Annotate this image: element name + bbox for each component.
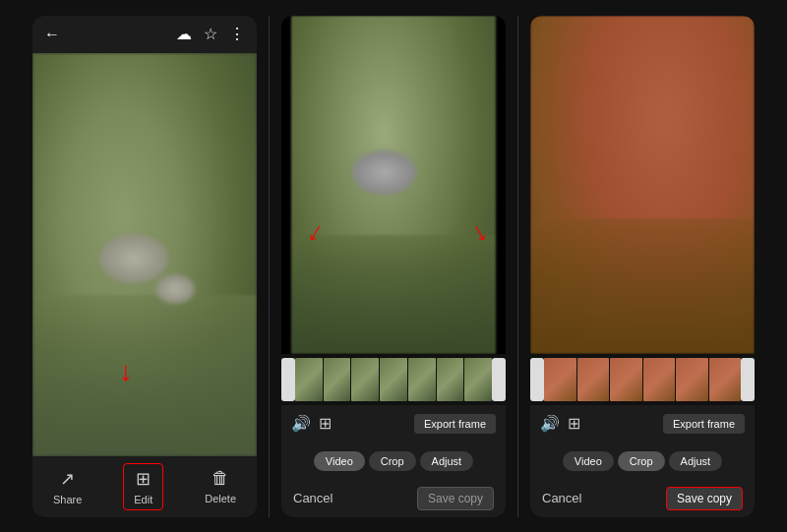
delete-label: Delete: [205, 493, 236, 504]
main-container: ← ☁ ☆ ⋮ ↓ ↗ Share ⊞ Edi: [0, 0, 787, 532]
share-button[interactable]: ↗ Share: [53, 468, 82, 505]
layout-icon-3[interactable]: ⊞: [568, 414, 580, 433]
filmstrip-left-handle[interactable]: [281, 358, 295, 401]
film-frame: [464, 358, 492, 401]
save-copy-button-3[interactable]: Save copy: [666, 487, 743, 510]
landscape-image-2: [291, 16, 496, 354]
image-area-1: ↓: [32, 53, 257, 456]
film-frame-3: [676, 358, 708, 401]
filmstrip-2: [295, 358, 492, 401]
share-label: Share: [53, 494, 82, 505]
video-area-3: [530, 16, 755, 354]
edit-icon: ⊞: [136, 468, 151, 490]
delete-button[interactable]: 🗑 Delete: [205, 468, 236, 504]
film-frame: [408, 358, 436, 401]
crop-tab-3[interactable]: Crop: [618, 451, 665, 471]
volume-icon-3[interactable]: 🔊: [540, 414, 560, 433]
volume-icon-2[interactable]: 🔊: [291, 414, 311, 433]
controls-row-2: 🔊 ⊞ Export frame: [281, 405, 506, 443]
cancel-button-2[interactable]: Cancel: [293, 491, 333, 505]
filmstrip-right-handle-3[interactable]: [741, 358, 755, 401]
crop-tab-2[interactable]: Crop: [369, 451, 416, 471]
edit-label: Edit: [134, 494, 152, 505]
filmstrip-3: [544, 358, 741, 401]
video-area-2: ↓ ↓: [281, 16, 506, 354]
export-frame-button-2[interactable]: Export frame: [414, 414, 496, 434]
action-row-2: Cancel Save copy: [281, 480, 506, 517]
film-frame-3: [643, 358, 676, 401]
tab-row-2: Video Crop Adjust: [281, 443, 506, 480]
landscape-image-1: [32, 53, 257, 456]
filmstrip-right-handle[interactable]: [492, 358, 506, 401]
delete-icon: 🗑: [212, 468, 229, 489]
export-frame-button-3[interactable]: Export frame: [663, 414, 745, 434]
controls-row-3: 🔊 ⊞ Export frame: [530, 405, 755, 443]
phone-2: ↓ ↓ 🔊 ⊞ Export frame Video: [281, 16, 506, 517]
filmstrip-row-2: [281, 354, 506, 405]
film-frame: [351, 358, 379, 401]
filmstrip-row-3: [530, 354, 755, 405]
star-icon[interactable]: ☆: [204, 25, 217, 43]
save-copy-button-2[interactable]: Save copy: [417, 487, 494, 510]
film-frame-3: [610, 358, 642, 401]
top-bar-1: ← ☁ ☆ ⋮: [32, 16, 257, 53]
layout-icon-2[interactable]: ⊞: [319, 414, 332, 433]
upload-icon[interactable]: ☁: [176, 25, 192, 43]
phone-1: ← ☁ ☆ ⋮ ↓ ↗ Share ⊞ Edi: [32, 16, 257, 517]
landscape-image-3: [530, 16, 755, 354]
action-row-3: Cancel Save copy: [530, 480, 755, 517]
back-icon[interactable]: ←: [44, 26, 60, 43]
share-icon: ↗: [60, 468, 75, 490]
film-frame: [324, 358, 351, 401]
separator-1: [269, 16, 270, 517]
adjust-tab-3[interactable]: Adjust: [669, 451, 723, 471]
film-frame-3: [709, 358, 742, 401]
film-frame: [437, 358, 464, 401]
separator-2: [517, 16, 518, 517]
filmstrip-left-handle-3[interactable]: [530, 358, 544, 401]
tab-row-3: Video Crop Adjust: [530, 443, 755, 480]
video-tab-2[interactable]: Video: [314, 451, 365, 471]
more-icon[interactable]: ⋮: [229, 25, 245, 43]
video-tab-3[interactable]: Video: [563, 451, 614, 471]
film-frame: [380, 358, 407, 401]
edit-button[interactable]: ⊞ Edit: [123, 463, 163, 510]
film-frame-3: [544, 358, 576, 401]
top-bar-icons: ☁ ☆ ⋮: [176, 25, 245, 43]
cancel-button-3[interactable]: Cancel: [542, 491, 581, 505]
adjust-tab-2[interactable]: Adjust: [420, 451, 474, 471]
phone-3: 🔊 ⊞ Export frame Video Crop Adjust Cance…: [530, 16, 755, 517]
film-frame: [295, 358, 323, 401]
bottom-bar-1: ↗ Share ⊞ Edit 🗑 Delete: [32, 456, 257, 517]
film-frame-3: [577, 358, 610, 401]
